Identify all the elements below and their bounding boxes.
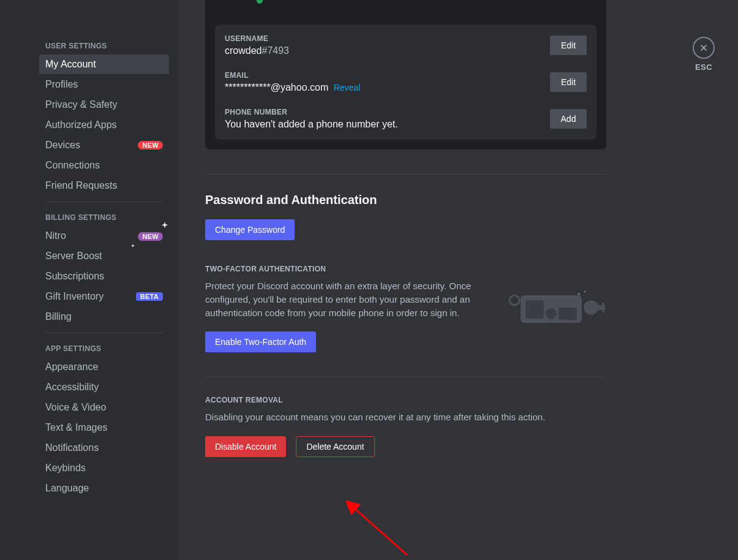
sidebar-item-language[interactable]: Language bbox=[39, 479, 169, 498]
status-online-icon bbox=[254, 0, 265, 6]
field-value: You haven't added a phone number yet. bbox=[225, 119, 398, 130]
svg-rect-6 bbox=[602, 303, 604, 306]
sidebar-header-user: USER SETTINGS bbox=[39, 37, 169, 54]
sidebar-item-connections[interactable]: Connections bbox=[39, 156, 169, 175]
edit-email-button[interactable]: Edit bbox=[550, 72, 587, 92]
field-phone: PHONE NUMBER You haven't added a phone n… bbox=[225, 108, 587, 130]
sidebar-item-privacy[interactable]: Privacy & Safety bbox=[39, 95, 169, 115]
sidebar-item-my-account[interactable]: My Account bbox=[39, 55, 169, 74]
edit-username-button[interactable]: Edit bbox=[550, 36, 587, 55]
change-password-button[interactable]: Change Password bbox=[205, 219, 295, 240]
close-label: ESC bbox=[693, 62, 715, 72]
svg-rect-7 bbox=[602, 309, 604, 312]
add-phone-button[interactable]: Add bbox=[550, 109, 587, 129]
close-button[interactable] bbox=[693, 37, 715, 59]
svg-rect-1 bbox=[525, 300, 544, 319]
svg-point-9 bbox=[578, 293, 580, 295]
sidebar-item-devices[interactable]: Devices NEW bbox=[39, 135, 169, 155]
sidebar-item-friend-requests[interactable]: Friend Requests bbox=[39, 176, 169, 195]
svg-point-8 bbox=[510, 295, 519, 305]
sidebar-item-appearance[interactable]: Appearance bbox=[39, 357, 169, 377]
two-fa-illustration-icon bbox=[508, 283, 606, 326]
svg-point-2 bbox=[546, 308, 557, 319]
section-subtitle-removal: ACCOUNT REMOVAL bbox=[205, 396, 606, 404]
sidebar-item-notifications[interactable]: Notifications bbox=[39, 438, 169, 458]
account-fields: USERNAME crowded#7493 Edit EMAIL *******… bbox=[215, 25, 597, 140]
settings-sidebar: USER SETTINGS My Account Profiles Privac… bbox=[0, 0, 178, 560]
sidebar-item-gift-inventory[interactable]: Gift Inventory BETA bbox=[39, 287, 169, 306]
beta-badge: BETA bbox=[136, 292, 163, 301]
section-subtitle-2fa: TWO-FACTOR AUTHENTICATION bbox=[205, 265, 496, 273]
field-value: ************@yahoo.com Reveal bbox=[225, 82, 360, 93]
field-email: EMAIL ************@yahoo.com Reveal Edit bbox=[225, 71, 587, 93]
section-title-password: Password and Authentication bbox=[205, 193, 606, 207]
divider bbox=[205, 174, 606, 175]
reveal-email-link[interactable]: Reveal bbox=[334, 83, 361, 93]
sidebar-item-server-boost[interactable]: Server Boost bbox=[39, 246, 169, 266]
sidebar-header-billing: BILLING SETTINGS bbox=[39, 208, 169, 225]
sidebar-item-keybinds[interactable]: Keybinds bbox=[39, 458, 169, 478]
settings-content: USERNAME crowded#7493 Edit EMAIL *******… bbox=[178, 0, 738, 560]
profile-card: USERNAME crowded#7493 Edit EMAIL *******… bbox=[205, 0, 606, 149]
field-label: USERNAME bbox=[225, 34, 289, 43]
close-settings: ESC bbox=[693, 37, 715, 72]
section-desc-2fa: Protect your Discord account with an ext… bbox=[205, 279, 496, 319]
close-icon bbox=[699, 43, 709, 53]
sidebar-item-subscriptions[interactable]: Subscriptions bbox=[39, 267, 169, 286]
sidebar-item-text-images[interactable]: Text & Images bbox=[39, 418, 169, 437]
sidebar-item-nitro[interactable]: Nitro NEW bbox=[39, 226, 169, 246]
sidebar-item-profiles[interactable]: Profiles bbox=[39, 75, 169, 94]
svg-rect-3 bbox=[559, 308, 577, 320]
disable-account-button[interactable]: Disable Account bbox=[205, 436, 286, 457]
avatar[interactable] bbox=[215, 0, 264, 2]
field-value: crowded#7493 bbox=[225, 45, 289, 56]
sparkle-icon bbox=[160, 222, 169, 230]
sidebar-item-voice-video[interactable]: Voice & Video bbox=[39, 398, 169, 417]
enable-2fa-button[interactable]: Enable Two-Factor Auth bbox=[205, 331, 316, 352]
sidebar-item-accessibility[interactable]: Accessibility bbox=[39, 377, 169, 397]
divider bbox=[205, 377, 606, 377]
svg-point-10 bbox=[584, 291, 586, 293]
new-badge: NEW bbox=[138, 232, 163, 241]
section-desc-removal: Disabling your account means you can rec… bbox=[205, 411, 606, 424]
new-badge: NEW bbox=[138, 141, 163, 149]
field-label: PHONE NUMBER bbox=[225, 108, 398, 116]
field-label: EMAIL bbox=[225, 71, 360, 80]
delete-account-button[interactable]: Delete Account bbox=[296, 436, 374, 457]
field-username: USERNAME crowded#7493 Edit bbox=[225, 34, 587, 56]
sidebar-header-app: APP SETTINGS bbox=[39, 339, 169, 357]
sidebar-separator bbox=[45, 202, 163, 202]
sidebar-item-authorized-apps[interactable]: Authorized Apps bbox=[39, 115, 169, 135]
sidebar-item-billing[interactable]: Billing bbox=[39, 307, 169, 327]
sidebar-separator bbox=[45, 333, 163, 333]
